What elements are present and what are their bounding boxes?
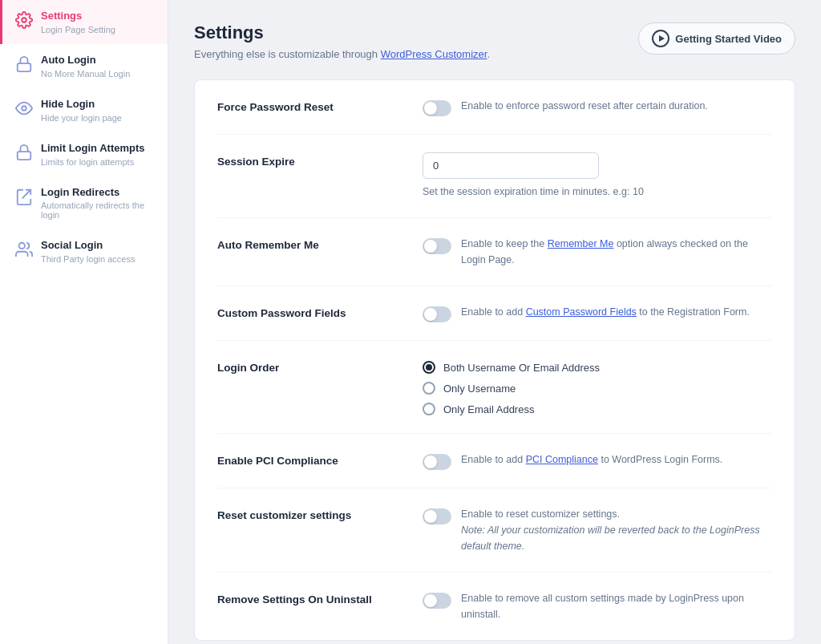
svg-rect-3	[18, 152, 31, 160]
radio-username-label: Only Username	[443, 383, 516, 395]
setting-pci-compliance: Enable PCI Compliance Enable to add PCI …	[217, 434, 772, 488]
custom-password-link[interactable]: Custom Password Fields	[526, 306, 637, 318]
custom-password-track[interactable]	[423, 306, 451, 322]
sidebar-settings-sublabel: Login Page Setting	[41, 25, 115, 34]
subtitle-suffix: .	[487, 48, 490, 60]
remove-settings-toggle[interactable]	[423, 593, 451, 609]
radio-both-label: Both Username Or Email Address	[443, 362, 600, 374]
sidebar-hide-login-sublabel: Hide your login page	[41, 113, 122, 123]
session-expire-input[interactable]	[423, 152, 599, 179]
pci-label: Enable PCI Compliance	[217, 452, 410, 467]
svg-rect-1	[18, 63, 31, 71]
setting-reset-customizer: Reset customizer settings Enable to rese…	[217, 488, 772, 573]
remove-settings-track[interactable]	[423, 593, 451, 609]
page-title: Settings	[194, 22, 490, 43]
sidebar-social-label: Social Login	[41, 239, 135, 253]
force-password-toggle[interactable]	[423, 100, 451, 116]
limit-login-icon	[15, 144, 33, 161]
sidebar-item-limit-login[interactable]: Limit Login Attempts Limits for login at…	[0, 132, 168, 176]
custom-password-desc: Enable to add Custom Password Fields to …	[461, 304, 750, 320]
remove-settings-label: Remove Settings On Uninstall	[217, 590, 410, 606]
pci-toggle[interactable]	[423, 454, 451, 470]
radio-both-circle	[423, 361, 435, 374]
sidebar-item-auto-login[interactable]: Auto Login No More Manual Login	[0, 44, 168, 88]
reset-customizer-label: Reset customizer settings	[217, 506, 410, 521]
auto-remember-label: Auto Remember Me	[217, 236, 410, 251]
subtitle-prefix: Everything else is customizable through	[194, 48, 381, 60]
svg-point-0	[22, 18, 26, 22]
getting-started-button[interactable]: Getting Started Video	[638, 22, 795, 55]
force-password-label: Force Password Reset	[217, 98, 410, 113]
main-content: Settings Everything else is customizable…	[168, 0, 821, 644]
page-header: Settings Everything else is customizable…	[194, 22, 490, 79]
session-expire-label: Session Expire	[217, 152, 410, 168]
sidebar-redirects-sublabel: Automatically redirects the login	[41, 200, 155, 220]
redirects-icon	[15, 188, 33, 205]
custom-password-toggle[interactable]	[423, 306, 451, 322]
sidebar-item-settings[interactable]: Settings Login Page Setting	[0, 0, 168, 44]
sidebar-social-sublabel: Third Party login access	[41, 254, 135, 264]
pci-desc: Enable to add PCI Compliance to WordPres…	[461, 452, 722, 468]
sidebar-settings-label: Settings	[41, 10, 115, 23]
sidebar-item-login-redirects[interactable]: Login Redirects Automatically redirects …	[0, 176, 168, 230]
pci-compliance-link[interactable]: PCI Compliance	[526, 454, 598, 465]
setting-login-order: Login Order Both Username Or Email Addre…	[217, 341, 772, 434]
subtitle: Everything else is customizable through …	[194, 48, 490, 60]
setting-remove-settings: Remove Settings On Uninstall Enable to r…	[217, 573, 772, 640]
setting-session-expire: Session Expire Set the session expiratio…	[217, 135, 772, 218]
svg-point-4	[19, 243, 25, 249]
login-order-label: Login Order	[217, 358, 410, 374]
social-login-icon	[15, 241, 33, 258]
radio-email-circle	[423, 403, 435, 415]
sidebar-hide-login-label: Hide Login	[41, 98, 122, 111]
auto-remember-desc: Enable to keep the Remember Me option al…	[461, 236, 772, 268]
radio-email-label: Only Email Address	[443, 403, 534, 415]
auto-login-icon	[15, 55, 33, 73]
wordpress-customizer-link[interactable]: WordPress Customizer	[381, 48, 487, 60]
radio-username[interactable]: Only Username	[423, 382, 772, 395]
sidebar-item-social-login[interactable]: Social Login Third Party login access	[0, 229, 168, 273]
settings-icon	[15, 11, 33, 29]
force-password-track[interactable]	[423, 100, 451, 116]
custom-password-label: Custom Password Fields	[217, 304, 410, 319]
remember-me-link[interactable]: Remember Me	[548, 238, 614, 249]
sidebar: Settings Login Page Setting Auto Login N…	[0, 0, 168, 644]
settings-card: Force Password Reset Enable to enforce p…	[194, 79, 795, 641]
sidebar-item-hide-login[interactable]: Hide Login Hide your login page	[0, 88, 168, 132]
sidebar-auto-login-sublabel: No More Manual Login	[41, 69, 130, 79]
radio-username-circle	[423, 382, 435, 395]
reset-customizer-desc: Enable to reset customizer settings. Not…	[461, 506, 772, 554]
reset-customizer-track[interactable]	[423, 508, 451, 525]
svg-point-2	[22, 106, 26, 111]
radio-email[interactable]: Only Email Address	[423, 403, 772, 415]
sidebar-limit-sublabel: Limits for login attempts	[41, 157, 145, 167]
auto-remember-toggle[interactable]	[423, 238, 451, 254]
play-icon	[652, 30, 669, 47]
pci-track[interactable]	[423, 454, 451, 470]
sidebar-limit-label: Limit Login Attempts	[41, 142, 145, 156]
setting-custom-password-fields: Custom Password Fields Enable to add Cus…	[217, 286, 772, 341]
setting-auto-remember-me: Auto Remember Me Enable to keep the Reme…	[217, 218, 772, 286]
setting-force-password-reset: Force Password Reset Enable to enforce p…	[217, 80, 772, 135]
force-password-desc: Enable to enforce password reset after c…	[461, 98, 708, 114]
hide-login-icon	[15, 99, 33, 117]
radio-both[interactable]: Both Username Or Email Address	[423, 361, 772, 374]
sidebar-auto-login-label: Auto Login	[41, 54, 130, 67]
header-row: Settings Everything else is customizable…	[194, 22, 795, 79]
getting-started-label: Getting Started Video	[675, 33, 782, 45]
remove-settings-desc: Enable to remove all custom settings mad…	[461, 590, 772, 622]
login-order-options: Both Username Or Email Address Only User…	[423, 358, 772, 415]
session-expire-desc: Set the session expiration time in minut…	[423, 184, 772, 200]
sidebar-redirects-label: Login Redirects	[41, 186, 155, 200]
reset-customizer-toggle[interactable]	[423, 508, 451, 525]
auto-remember-track[interactable]	[423, 238, 451, 254]
